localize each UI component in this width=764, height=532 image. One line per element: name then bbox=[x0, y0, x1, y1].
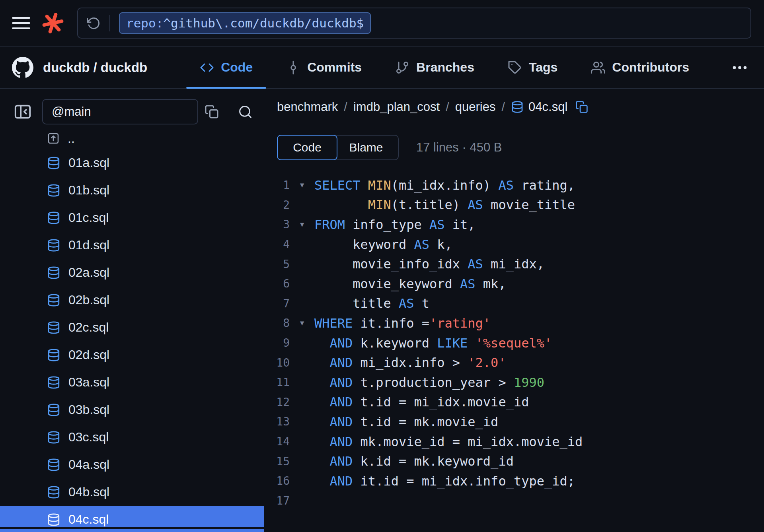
file-item[interactable]: 03a.sql bbox=[0, 369, 264, 396]
breadcrumb-dir[interactable]: imdb_plan_cost bbox=[353, 100, 440, 114]
copy-path-button[interactable] bbox=[575, 101, 588, 113]
code-token: AS bbox=[498, 178, 514, 193]
file-item-label: 01b.sql bbox=[68, 183, 109, 198]
file-item[interactable]: 04b.sql bbox=[0, 478, 264, 506]
file-item[interactable]: 02b.sql bbox=[0, 286, 264, 314]
line-number[interactable]: 9 bbox=[264, 336, 290, 349]
copy-revision-button[interactable] bbox=[205, 105, 219, 119]
code-text: MIN(t.title) AS movie_title bbox=[314, 197, 575, 212]
tab-contributors[interactable]: Contributors bbox=[574, 47, 706, 88]
line-number[interactable]: 6 bbox=[264, 277, 290, 290]
code-view: 1▼SELECT MIN(mi_idx.info) AS rating,2 MI… bbox=[264, 175, 764, 511]
file-content: benchmark/imdb_plan_cost/queries/04c.sql… bbox=[264, 89, 764, 532]
collapse-sidebar-button[interactable] bbox=[14, 103, 32, 121]
line-number[interactable]: 3 bbox=[264, 218, 290, 231]
file-item[interactable]: 01a.sql bbox=[0, 149, 264, 177]
file-item[interactable]: 03c.sql bbox=[0, 423, 264, 451]
line-number[interactable]: 14 bbox=[264, 435, 290, 448]
database-icon bbox=[47, 403, 60, 417]
fold-arrow-icon[interactable]: ▼ bbox=[290, 320, 314, 326]
tab-commits[interactable]: Commits bbox=[269, 47, 378, 88]
repo-name-link[interactable]: duckdb / duckdb bbox=[43, 60, 147, 75]
more-options-button[interactable] bbox=[731, 58, 749, 77]
code-token: it.id = mi_idx.info_type_id; bbox=[353, 474, 575, 489]
sourcegraph-logo-icon[interactable] bbox=[41, 12, 64, 35]
line-number[interactable]: 5 bbox=[264, 258, 290, 271]
line-number[interactable]: 10 bbox=[264, 356, 290, 369]
fold-arrow-icon[interactable]: ▼ bbox=[290, 221, 314, 228]
code-text: FROM info_type AS it, bbox=[314, 217, 476, 232]
blame-toggle-button[interactable]: Blame bbox=[334, 135, 399, 160]
breadcrumb-dir[interactable]: queries bbox=[455, 100, 496, 114]
repo-nav-bar: duckdb / duckdb CodeCommitsBranchesTagsC… bbox=[0, 47, 764, 89]
file-item-label: 01d.sql bbox=[68, 238, 109, 252]
line-number[interactable]: 15 bbox=[264, 455, 290, 468]
code-token: '%sequel%' bbox=[476, 336, 552, 351]
file-item[interactable]: 01d.sql bbox=[0, 231, 264, 259]
repo-separator: / bbox=[90, 60, 101, 75]
line-number[interactable]: 4 bbox=[264, 238, 290, 251]
code-token: AND bbox=[330, 336, 353, 351]
github-logo-icon[interactable] bbox=[12, 57, 33, 78]
line-number[interactable]: 16 bbox=[264, 474, 290, 487]
code-token bbox=[468, 336, 475, 351]
code-token: AS bbox=[414, 237, 429, 252]
file-item[interactable]: 01b.sql bbox=[0, 177, 264, 204]
line-number[interactable]: 11 bbox=[264, 376, 290, 389]
file-item-label: 04b.sql bbox=[68, 485, 109, 499]
code-line: 14 AND mk.movie_id = mi_idx.movie_id bbox=[264, 432, 764, 452]
code-token: it, bbox=[445, 217, 476, 232]
code-token: mi_idx, bbox=[483, 256, 544, 272]
file-item[interactable]: 02c.sql bbox=[0, 314, 264, 341]
line-number[interactable]: 2 bbox=[264, 198, 290, 212]
repo-title: duckdb bbox=[101, 60, 147, 75]
file-item[interactable]: 02a.sql bbox=[0, 259, 264, 286]
code-token: FROM bbox=[314, 217, 345, 232]
code-text: AND t.production_year > 1990 bbox=[314, 375, 544, 390]
tab-code[interactable]: Code bbox=[183, 47, 269, 88]
revision-input[interactable]: @main bbox=[42, 99, 198, 124]
code-text: SELECT MIN(mi_idx.info) AS rating, bbox=[314, 178, 575, 193]
code-line: 10 AND mi_idx.info > '2.0' bbox=[264, 353, 764, 373]
file-item[interactable]: 02d.sql bbox=[0, 341, 264, 369]
branch-icon bbox=[395, 60, 409, 75]
code-token: (t.title) bbox=[391, 197, 468, 212]
tab-label: Tags bbox=[529, 60, 557, 75]
code-token: 1990 bbox=[514, 375, 544, 390]
line-number[interactable]: 7 bbox=[264, 297, 290, 310]
file-item[interactable]: 01c.sql bbox=[0, 204, 264, 231]
line-number[interactable]: 8 bbox=[264, 316, 290, 330]
file-item-label: 01a.sql bbox=[68, 155, 109, 170]
code-token: it.info = bbox=[353, 316, 429, 331]
users-icon bbox=[591, 60, 605, 75]
code-text: AND k.keyword LIKE '%sequel%' bbox=[314, 336, 552, 351]
line-number[interactable]: 12 bbox=[264, 396, 290, 409]
code-token: movie_info_idx bbox=[314, 256, 468, 272]
tab-branches[interactable]: Branches bbox=[378, 47, 491, 88]
line-number[interactable]: 1 bbox=[264, 179, 290, 192]
file-item[interactable]: 04a.sql bbox=[0, 451, 264, 478]
file-search-button[interactable] bbox=[238, 105, 253, 119]
hamburger-menu-button[interactable] bbox=[12, 14, 30, 32]
file-item-label: 03b.sql bbox=[68, 402, 109, 417]
tab-tags[interactable]: Tags bbox=[491, 47, 574, 88]
search-history-icon[interactable] bbox=[87, 16, 101, 30]
code-token bbox=[314, 474, 330, 489]
line-number[interactable]: 13 bbox=[264, 415, 290, 428]
code-token bbox=[314, 355, 330, 370]
code-token: MIN bbox=[368, 197, 391, 212]
code-token: movie_title bbox=[483, 197, 575, 212]
file-item[interactable]: 03b.sql bbox=[0, 396, 264, 423]
breadcrumb-dir[interactable]: benchmark bbox=[277, 100, 338, 114]
line-number[interactable]: 17 bbox=[264, 494, 290, 507]
fold-arrow-icon[interactable]: ▼ bbox=[290, 182, 314, 188]
code-token: 'rating' bbox=[429, 316, 491, 331]
repo-owner: duckdb bbox=[43, 60, 90, 75]
file-item-parent[interactable]: .. bbox=[0, 128, 264, 149]
code-token: AND bbox=[330, 454, 353, 469]
search-query-input[interactable]: repo:^github\.com/duckdb/duckdb$ bbox=[119, 12, 371, 34]
code-token: info_type bbox=[345, 217, 429, 232]
code-toggle-button[interactable]: Code bbox=[277, 135, 337, 160]
horizontal-scrollbar-thumb[interactable] bbox=[46, 529, 248, 532]
search-bar[interactable]: repo:^github\.com/duckdb/duckdb$ bbox=[77, 8, 751, 39]
